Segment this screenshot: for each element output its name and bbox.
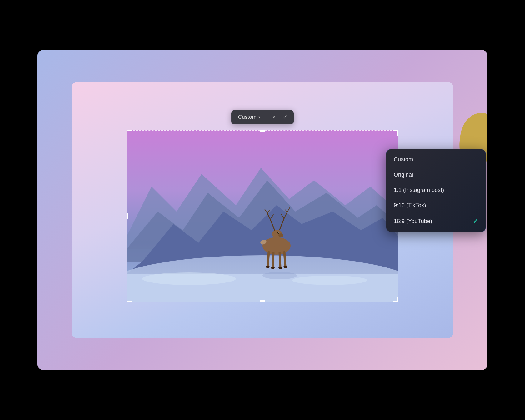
aspect-ratio-dropdown: Custom Original 1:1 (Instagram post) 9:1…	[386, 149, 486, 232]
svg-point-30	[278, 267, 282, 269]
svg-point-28	[266, 266, 270, 268]
menu-item-custom-label: Custom	[394, 156, 413, 163]
chevron-down-icon: ▾	[258, 115, 260, 119]
svg-line-24	[268, 252, 269, 266]
menu-item-9-16[interactable]: 9:16 (TikTok)	[386, 198, 486, 213]
outer-frame: Custom ▾ × ✓	[38, 50, 488, 370]
menu-item-original-label: Original	[394, 172, 413, 178]
svg-point-7	[292, 276, 367, 285]
svg-point-13	[278, 232, 279, 233]
svg-point-11	[278, 233, 283, 237]
menu-item-1-1[interactable]: 1:1 (Instagram post)	[386, 182, 486, 198]
svg-point-31	[283, 266, 287, 268]
svg-point-6	[142, 272, 236, 285]
cancel-crop-button[interactable]: ×	[271, 113, 277, 121]
svg-line-25	[273, 253, 273, 267]
crop-toolbar: Custom ▾ × ✓	[231, 110, 294, 124]
menu-item-16-9[interactable]: 16:9 (YouTube) ✓	[386, 213, 486, 229]
menu-item-original[interactable]: Original	[386, 167, 486, 182]
ratio-selector-button[interactable]: Custom ▾	[236, 113, 263, 122]
ratio-label: Custom	[238, 114, 257, 120]
svg-point-12	[278, 232, 279, 234]
selected-check-icon: ✓	[473, 218, 478, 225]
svg-point-33	[262, 272, 297, 279]
svg-line-27	[284, 252, 285, 266]
svg-point-29	[271, 267, 275, 269]
menu-item-16-9-label: 16:9 (YouTube)	[394, 218, 432, 225]
svg-line-26	[280, 253, 280, 267]
scene-svg	[127, 130, 398, 302]
crop-area: Custom ▾ × ✓	[127, 130, 398, 302]
confirm-crop-button[interactable]: ✓	[281, 112, 289, 122]
editor-panel: Custom ▾ × ✓	[72, 82, 453, 338]
menu-item-1-1-label: 1:1 (Instagram post)	[394, 187, 444, 193]
menu-item-custom[interactable]: Custom	[386, 152, 486, 167]
crop-image	[127, 130, 398, 302]
toolbar-divider	[267, 113, 267, 121]
menu-item-9-16-label: 9:16 (TikTok)	[394, 202, 426, 209]
